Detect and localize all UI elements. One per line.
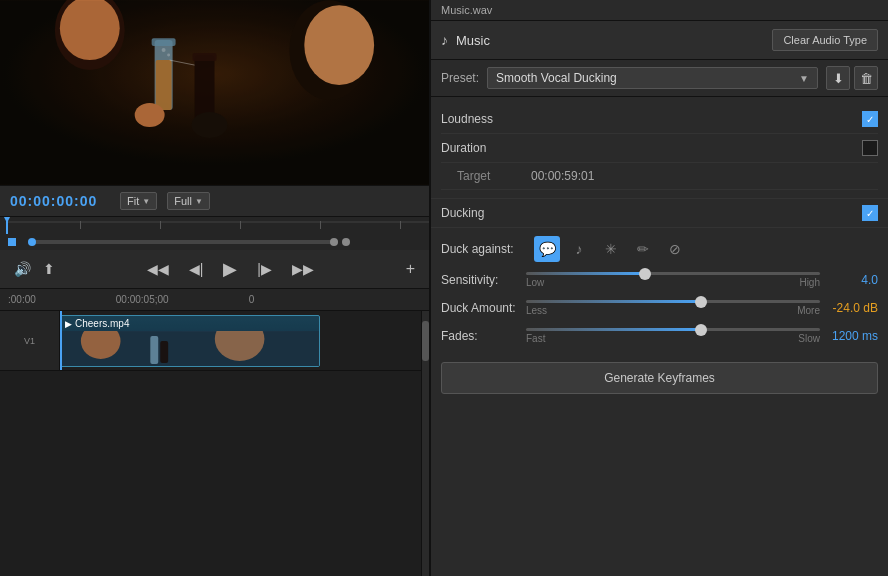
sensitivity-value: 4.0 — [828, 273, 878, 287]
timeline-tracks: V1 ▶ Cheers.mp4 — [0, 311, 429, 576]
duck-icons: 💬 ♪ ✳ ✏ ⊘ — [534, 236, 688, 262]
fades-row: Fades: Fast Slow 1200 ms — [441, 326, 878, 346]
side-scrollbar[interactable] — [421, 311, 429, 576]
progress-thumb[interactable] — [28, 238, 36, 246]
preset-actions: ⬇ 🗑 — [826, 66, 878, 90]
duration-row: Duration — [441, 134, 878, 163]
track-content: ▶ Cheers.mp4 — [60, 311, 421, 370]
sensitivity-min: Low — [526, 277, 544, 288]
ducking-checkbox[interactable] — [862, 205, 878, 221]
loudness-checkbox[interactable] — [862, 111, 878, 127]
fades-max: Slow — [798, 333, 820, 344]
clip-thumbnail — [61, 331, 319, 367]
duck-against-label: Duck against: — [441, 242, 526, 256]
duck-sfx-btn[interactable]: ✳ — [598, 236, 624, 262]
clip-label: ▶ Cheers.mp4 — [61, 316, 319, 331]
sensitivity-max: High — [799, 277, 820, 288]
track-label: V1 — [0, 311, 60, 370]
timeline-section: :00:00 00:00:05;00 0 V1 ▶ Cheers.mp4 — [0, 289, 429, 576]
preset-label: Preset: — [441, 71, 479, 85]
preset-row: Preset: Smooth Vocal Ducking ▼ ⬇ 🗑 — [431, 60, 888, 97]
duck-amount-label: Duck Amount: — [441, 301, 526, 315]
ducking-section: Duck against: 💬 ♪ ✳ ✏ ⊘ Sensitivity: Low… — [431, 228, 888, 354]
ducking-label: Ducking — [441, 206, 862, 220]
sensitivity-slider-container: Low High — [526, 272, 820, 288]
duck-amount-value: -24.0 dB — [828, 301, 878, 315]
video-clip[interactable]: ▶ Cheers.mp4 — [60, 315, 320, 367]
fades-value: 1200 ms — [828, 329, 878, 343]
svg-rect-16 — [0, 0, 429, 185]
play-btn[interactable]: ▶ — [219, 256, 241, 282]
track-area: V1 ▶ Cheers.mp4 — [0, 311, 429, 576]
delete-preset-btn[interactable]: 🗑 — [854, 66, 878, 90]
timeline-marker-0: :00:00 — [8, 294, 36, 305]
timeline-marker-1: 00:00:05;00 — [116, 294, 169, 305]
timecode-display[interactable]: 00:00:00:00 — [10, 193, 110, 209]
duck-amount-slider[interactable] — [526, 300, 820, 303]
duration-label: Duration — [441, 141, 521, 155]
timeline-marker-2: 0 — [249, 294, 255, 305]
progress-end-thumb — [330, 238, 338, 246]
transport-left-group: 🔊 ⬆ — [10, 259, 59, 279]
video-track-row: V1 ▶ Cheers.mp4 — [0, 311, 421, 371]
sensitivity-row: Sensitivity: Low High 4.0 — [441, 270, 878, 290]
duck-other-btn[interactable]: ⊘ — [662, 236, 688, 262]
progress-track[interactable] — [28, 240, 338, 244]
music-label: Music — [456, 33, 764, 48]
scroll-thumb[interactable] — [422, 321, 429, 361]
duration-checkbox[interactable] — [862, 140, 878, 156]
panel-title-bar: Music.wav — [431, 0, 888, 21]
duck-amount-max: More — [797, 305, 820, 316]
preview-area — [0, 0, 429, 185]
add-btn[interactable]: + — [402, 258, 419, 280]
left-panel: 00:00:00:00 Fit ▼ Full ▼ — [0, 0, 430, 576]
file-title: Music.wav — [441, 4, 492, 16]
target-value: 00:00:59:01 — [531, 169, 594, 183]
download-preset-btn[interactable]: ⬇ — [826, 66, 850, 90]
clear-audio-button[interactable]: Clear Audio Type — [772, 29, 878, 51]
scrubber-start-thumb[interactable] — [8, 238, 16, 246]
sensitivity-label: Sensitivity: — [441, 273, 526, 287]
export-btn[interactable]: ⬆ — [39, 259, 59, 279]
timecode-bar: 00:00:00:00 Fit ▼ Full ▼ — [0, 185, 429, 216]
fades-min: Fast — [526, 333, 545, 344]
step-back-btn[interactable]: ◀| — [185, 259, 208, 279]
duck-amount-row: Duck Amount: Less More -24.0 dB — [441, 298, 878, 318]
duck-speech-btn[interactable]: 💬 — [534, 236, 560, 262]
fit-dropdown[interactable]: Fit ▼ — [120, 192, 157, 210]
full-dropdown[interactable]: Full ▼ — [167, 192, 210, 210]
playhead-line — [60, 311, 62, 370]
fast-forward-btn[interactable]: ▶▶ — [288, 259, 318, 279]
properties-section: Loudness Duration Target 00:00:59:01 — [431, 97, 888, 198]
speaker-btn[interactable]: 🔊 — [10, 259, 35, 279]
generate-keyframes-button[interactable]: Generate Keyframes — [441, 362, 878, 394]
duck-amount-slider-container: Less More — [526, 300, 820, 316]
timeline-ruler — [0, 216, 429, 234]
transport-controls: 🔊 ⬆ ◀◀ ◀| ▶ |▶ ▶▶ + — [0, 250, 429, 289]
fades-slider[interactable] — [526, 328, 820, 331]
fades-label: Fades: — [441, 329, 526, 343]
scrubber-end-thumb[interactable] — [342, 238, 350, 246]
duck-against-row: Duck against: 💬 ♪ ✳ ✏ ⊘ — [441, 236, 878, 262]
loudness-row: Loudness — [441, 105, 878, 134]
svg-rect-19 — [150, 336, 158, 364]
duck-ambience-btn[interactable]: ✏ — [630, 236, 656, 262]
loudness-label: Loudness — [441, 112, 521, 126]
panel-header: ♪ Music Clear Audio Type — [431, 21, 888, 60]
right-panel: Music.wav ♪ Music Clear Audio Type Prese… — [430, 0, 888, 576]
timeline-header: :00:00 00:00:05;00 0 — [0, 289, 429, 311]
scrubber-bar — [0, 234, 429, 250]
duck-music-btn[interactable]: ♪ — [566, 236, 592, 262]
duck-amount-min: Less — [526, 305, 547, 316]
step-forward-btn[interactable]: |▶ — [253, 259, 276, 279]
target-label: Target — [441, 169, 521, 183]
preset-select[interactable]: Smooth Vocal Ducking ▼ — [487, 67, 818, 89]
music-note-icon: ♪ — [441, 32, 448, 48]
target-row: Target 00:00:59:01 — [441, 163, 878, 190]
fades-slider-container: Fast Slow — [526, 328, 820, 344]
rewind-btn[interactable]: ◀◀ — [143, 259, 173, 279]
ducking-header: Ducking — [431, 198, 888, 228]
svg-rect-20 — [160, 341, 168, 363]
sensitivity-slider[interactable] — [526, 272, 820, 275]
